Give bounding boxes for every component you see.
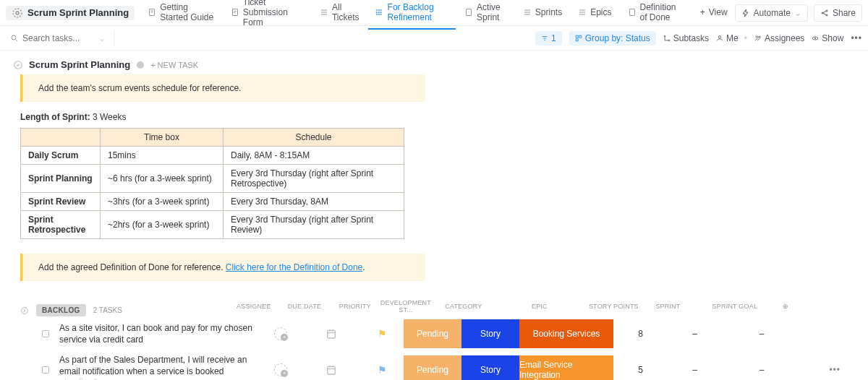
svg-point-10 <box>826 10 827 12</box>
assignees-button[interactable]: Assignees <box>754 33 804 43</box>
workspace-title[interactable]: Scrum Sprint Planning <box>6 6 135 20</box>
edit-icon[interactable] <box>90 377 98 380</box>
tab-ticket-form[interactable]: Ticket Submission Form <box>224 0 311 35</box>
task-name[interactable]: As a site visitor, I can book and pay fo… <box>59 322 259 345</box>
tag-icon[interactable] <box>77 377 85 380</box>
svg-point-25 <box>22 307 28 314</box>
share-icon <box>820 9 829 17</box>
svg-point-1 <box>13 9 22 17</box>
chevron-down-icon[interactable]: ⌄ <box>98 33 106 43</box>
calendar-icon[interactable] <box>326 364 337 376</box>
svg-rect-14 <box>579 35 582 38</box>
svg-point-5 <box>376 12 377 12</box>
sprint-cell[interactable]: – <box>668 329 722 339</box>
col-priority[interactable]: PRIORITY <box>333 303 377 310</box>
story-points[interactable]: 5 <box>613 365 668 375</box>
priority-flag-icon[interactable]: ⚑ <box>378 328 387 340</box>
col-assignee[interactable]: ASSIGNEE <box>232 303 276 310</box>
svg-rect-7 <box>467 9 472 15</box>
search-input[interactable]: ⌄ <box>6 30 114 46</box>
col-story-points[interactable]: STORY POINTS <box>587 303 641 310</box>
title-text: Scrum Sprint Planning <box>27 7 129 18</box>
tab-all-tickets[interactable]: All Tickets <box>312 0 367 30</box>
callout-schedule: Add the team's scrum events schedule for… <box>20 74 425 102</box>
sprint-goal-cell[interactable]: – <box>722 329 801 339</box>
sprint-goal-cell[interactable]: – <box>722 365 801 375</box>
task-name[interactable]: As part of the Sales Department, I will … <box>59 354 259 380</box>
tab-epics[interactable]: Epics <box>571 1 618 25</box>
show-button[interactable]: Show <box>812 33 843 43</box>
tab-active-sprint[interactable]: Active Sprint <box>457 0 514 30</box>
group-icon <box>575 35 582 42</box>
sprint-icon <box>464 8 473 17</box>
share-button[interactable]: Share <box>814 4 862 22</box>
chevron-down-icon: ⌄ <box>794 8 801 18</box>
col-sprint[interactable]: SPRINT <box>641 303 695 310</box>
status-checkbox[interactable] <box>42 366 49 373</box>
automate-button[interactable]: Automate⌄ <box>735 4 808 22</box>
svg-point-21 <box>813 36 819 39</box>
svg-point-22 <box>815 38 817 39</box>
story-points[interactable]: 8 <box>613 329 668 339</box>
svg-point-6 <box>376 14 377 14</box>
epic-tag[interactable]: Email Service Integration <box>519 355 613 380</box>
epic-tag[interactable]: Booking Services <box>519 319 613 348</box>
me-button[interactable]: Me• <box>716 33 747 43</box>
more-icon[interactable]: ••• <box>851 33 862 43</box>
col-category[interactable]: CATEGORY <box>435 303 493 310</box>
svg-point-20 <box>759 36 761 38</box>
dev-status-tag[interactable]: Pending <box>404 355 461 380</box>
calendar-icon[interactable] <box>326 328 337 340</box>
col-dev-status[interactable]: DEVELOPMENT ST... <box>377 299 435 314</box>
task-count: 2 TASKS <box>93 306 122 314</box>
status-checkbox[interactable] <box>42 330 49 337</box>
svg-rect-26 <box>328 330 336 338</box>
section-title: Scrum Sprint Planning <box>29 59 130 70</box>
col-due-date[interactable]: DUE DATE <box>276 303 333 310</box>
row-more-icon[interactable]: ••• <box>829 365 841 375</box>
priority-flag-icon[interactable]: ⚑ <box>378 364 387 376</box>
add-view-button[interactable]: +View <box>693 1 735 25</box>
add-column-button[interactable]: ⊕ <box>775 303 796 310</box>
collapse-icon[interactable] <box>13 60 23 70</box>
tab-definition-of-done[interactable]: Definition of Done <box>621 0 692 30</box>
svg-rect-15 <box>576 38 578 40</box>
search-icon <box>10 34 19 43</box>
svg-rect-8 <box>629 9 634 15</box>
svg-point-19 <box>756 36 758 38</box>
info-icon[interactable] <box>136 61 145 69</box>
col-epic[interactable]: EPIC <box>493 303 587 310</box>
sprint-cell[interactable]: – <box>668 365 722 375</box>
subtasks-button[interactable]: Subtasks <box>663 33 709 43</box>
new-task-inline[interactable]: + NEW TASK <box>150 61 198 69</box>
category-tag[interactable]: Story <box>461 319 519 348</box>
assign-user-button[interactable] <box>274 327 287 340</box>
subtask-icon[interactable] <box>64 377 72 380</box>
col-sprint-goal[interactable]: SPRINT GOAL <box>695 303 775 310</box>
backlog-status-pill[interactable]: BACKLOG <box>36 304 86 316</box>
group-by-button[interactable]: Group by: Status <box>569 31 656 46</box>
task-row[interactable]: As part of the Sales Department, I will … <box>13 351 855 380</box>
svg-point-18 <box>718 35 720 38</box>
svg-point-9 <box>822 12 823 14</box>
dod-link[interactable]: Click here for the Definition of Done <box>226 262 362 272</box>
form-icon <box>231 8 239 17</box>
filter-icon <box>541 35 548 42</box>
dev-status-tag[interactable]: Pending <box>404 319 461 348</box>
schedule-table: Time boxSchedule Daily Scrum15minsDaily,… <box>20 128 404 239</box>
task-row[interactable]: As a site visitor, I can book and pay fo… <box>13 316 855 351</box>
category-tag[interactable]: Story <box>461 355 519 380</box>
filter-count[interactable]: 1 <box>535 31 562 46</box>
tab-getting-started[interactable]: Getting Started Guide <box>140 0 222 30</box>
subtask-icon <box>663 35 671 42</box>
eye-icon <box>812 35 819 42</box>
tab-backlog-refinement[interactable]: For Backlog Refinement <box>368 0 456 30</box>
sprint-length: Length of Sprint: 3 Weeks <box>20 112 855 122</box>
search-field[interactable] <box>22 33 95 43</box>
list-icon <box>320 8 328 17</box>
collapse-icon[interactable] <box>20 306 29 315</box>
callout-dod: Add the agreed Definition of Done for re… <box>20 254 425 281</box>
list-icon <box>375 8 384 17</box>
assign-user-button[interactable] <box>274 363 287 376</box>
tab-sprints[interactable]: Sprints <box>516 1 569 25</box>
